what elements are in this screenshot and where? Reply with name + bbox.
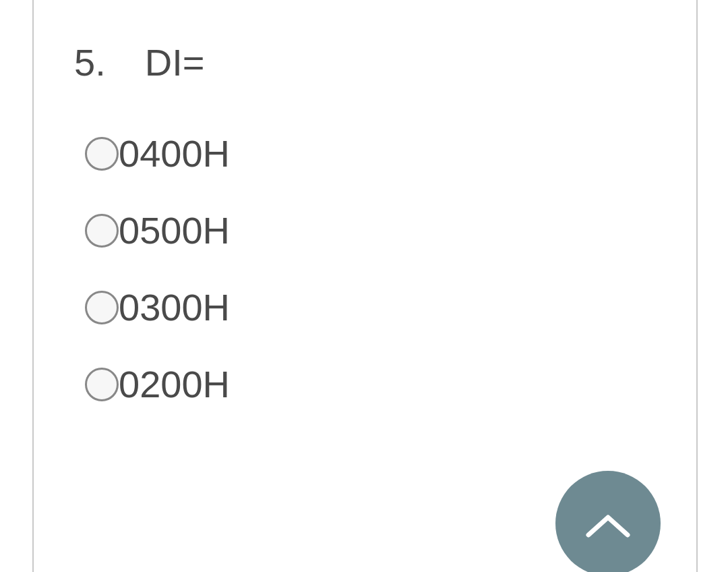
option-row-3[interactable]: 0200H (34, 366, 696, 403)
chevron-up-icon (584, 512, 632, 539)
radio-icon[interactable] (85, 137, 119, 171)
radio-icon[interactable] (85, 291, 119, 324)
radio-icon[interactable] (85, 368, 119, 401)
option-label: 0200H (119, 366, 230, 403)
option-label: 0500H (119, 212, 230, 250)
option-row-0[interactable]: 0400H (34, 135, 696, 173)
option-row-1[interactable]: 0500H (34, 212, 696, 250)
option-label: 0400H (119, 135, 230, 173)
scroll-to-top-button[interactable] (555, 471, 661, 572)
question-text: DI= (145, 40, 205, 84)
question-header: 5. DI= (34, 40, 696, 84)
radio-icon[interactable] (85, 214, 119, 248)
option-row-2[interactable]: 0300H (34, 289, 696, 326)
question-number: 5. (74, 40, 106, 84)
option-label: 0300H (119, 289, 230, 326)
